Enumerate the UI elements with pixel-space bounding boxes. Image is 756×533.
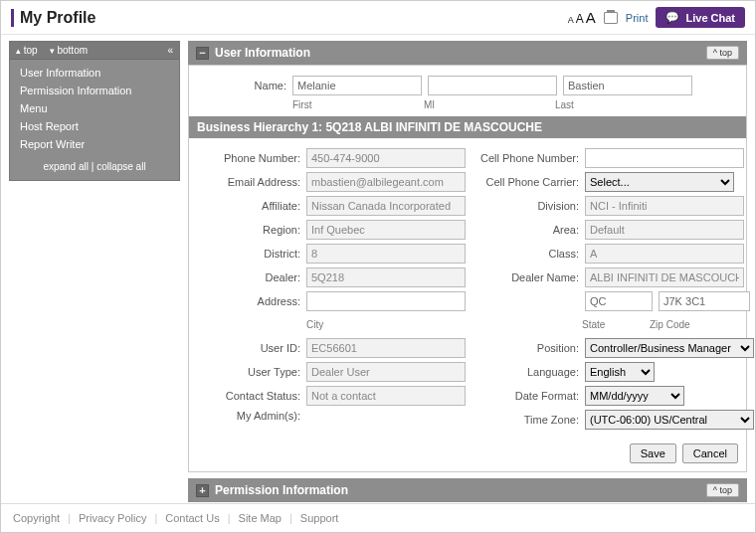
dealer-input <box>306 267 466 287</box>
zip-sublabel: Zip Code <box>650 319 690 330</box>
middle-initial-input[interactable] <box>428 76 557 95</box>
sidebar-bottom-label: bottom <box>57 45 88 56</box>
font-size-switcher[interactable]: A A A <box>568 9 596 26</box>
usertype-input <box>306 362 466 382</box>
sidebar-item-host-report[interactable]: Host Report <box>10 117 179 135</box>
cellcarrier-label: Cell Phone Carrier: <box>475 176 579 188</box>
expand-all-link[interactable]: expand all <box>43 161 89 172</box>
userid-input <box>306 338 466 358</box>
cellnum-input[interactable] <box>585 148 744 168</box>
area-label: Area: <box>475 224 579 236</box>
affiliate-label: Affiliate: <box>197 200 300 212</box>
collapse-toggle-icon[interactable]: − <box>196 47 209 60</box>
language-select[interactable]: English <box>585 362 655 382</box>
save-button[interactable]: Save <box>630 444 676 463</box>
section-header-permission-info: + Permission Information ^ top <box>188 478 747 502</box>
first-name-input[interactable] <box>292 76 422 95</box>
class-label: Class: <box>475 248 579 260</box>
back-to-top-button[interactable]: ^ top <box>706 46 739 60</box>
cellcarrier-select[interactable]: Select... <box>585 172 734 192</box>
region-input <box>306 220 466 240</box>
area-input <box>585 220 744 240</box>
userid-label: User ID: <box>197 342 300 354</box>
contact-input <box>306 386 466 406</box>
live-chat-label: Live Chat <box>685 12 735 24</box>
expand-toggle-icon[interactable]: + <box>196 484 209 497</box>
address-state-input[interactable] <box>585 291 653 311</box>
footer: Copyright| Privacy Policy| Contact Us| S… <box>1 503 755 532</box>
section-header-user-info: − User Information ^ top <box>188 41 747 65</box>
sidebar-top-label: top <box>24 45 38 56</box>
email-label: Email Address: <box>197 176 300 188</box>
timezone-select[interactable]: (UTC-06:00) US/Central <box>585 410 754 430</box>
state-sublabel: State <box>582 319 644 330</box>
print-icon <box>604 12 618 24</box>
chevron-down-icon: ▾ <box>50 46 55 56</box>
affiliate-input <box>306 196 466 216</box>
dealer-label: Dealer: <box>197 271 300 283</box>
chat-bubble-icon: 💬 <box>665 11 679 24</box>
footer-support[interactable]: Support <box>300 512 339 524</box>
language-label: Language: <box>475 366 579 378</box>
font-size-medium[interactable]: A <box>576 12 584 26</box>
sidebar-item-permission-information[interactable]: Permission Information <box>10 82 179 99</box>
sidebar: ▴ top ▾ bottom « User Information Permis… <box>9 41 180 181</box>
usertype-label: User Type: <box>197 366 300 378</box>
sidebar-item-report-writer[interactable]: Report Writer <box>10 135 179 153</box>
district-label: District: <box>197 248 300 260</box>
live-chat-button[interactable]: 💬 Live Chat <box>656 7 745 28</box>
dateformat-select[interactable]: MM/dd/yyyy <box>585 386 684 406</box>
back-to-top-button[interactable]: ^ top <box>706 483 739 497</box>
phone-label: Phone Number: <box>197 152 300 164</box>
mi-sublabel: MI <box>424 99 549 110</box>
sidebar-item-menu[interactable]: Menu <box>10 99 179 117</box>
sidebar-top-link[interactable]: ▴ top <box>16 45 38 56</box>
dealername-label: Dealer Name: <box>475 271 579 283</box>
footer-privacy[interactable]: Privacy Policy <box>79 512 146 524</box>
section-title: User Information <box>215 46 310 60</box>
address-zip-input[interactable] <box>659 291 750 311</box>
footer-sitemap[interactable]: Site Map <box>239 512 282 524</box>
dateformat-label: Date Format: <box>475 390 579 402</box>
cellnum-label: Cell Phone Number: <box>475 152 579 164</box>
business-hierarchy-header: Business Hierarchy 1: 5Q218 ALBI INFINIT… <box>189 116 746 138</box>
sidebar-item-user-information[interactable]: User Information <box>10 64 179 82</box>
name-label: Name: <box>197 80 286 91</box>
sidebar-bottom-link[interactable]: ▾ bottom <box>50 45 88 56</box>
city-sublabel: City <box>306 319 456 330</box>
first-sublabel: First <box>292 99 418 110</box>
district-input <box>306 244 466 264</box>
footer-contact[interactable]: Contact Us <box>165 512 219 524</box>
font-size-small[interactable]: A <box>568 15 574 25</box>
last-sublabel: Last <box>555 99 680 110</box>
phone-input <box>306 148 466 168</box>
class-input <box>585 244 744 264</box>
print-link[interactable]: Print <box>626 12 649 24</box>
myadmins-label: My Admin(s): <box>197 410 300 422</box>
font-size-large[interactable]: A <box>586 9 596 26</box>
position-label: Position: <box>475 342 579 354</box>
collapse-all-link[interactable]: collapse all <box>96 161 145 172</box>
page-title: My Profile <box>11 9 95 27</box>
timezone-label: Time Zone: <box>475 414 579 426</box>
contact-label: Contact Status: <box>197 390 300 402</box>
position-select[interactable]: Controller/Business Manager <box>585 338 754 358</box>
sidebar-collapse-icon[interactable]: « <box>167 45 173 56</box>
division-input <box>585 196 744 216</box>
section-title: Permission Information <box>215 483 348 497</box>
address-label: Address: <box>197 295 300 307</box>
address-city-input[interactable] <box>306 291 466 311</box>
region-label: Region: <box>197 224 300 236</box>
email-input <box>306 172 466 192</box>
last-name-input[interactable] <box>563 76 692 95</box>
footer-copyright[interactable]: Copyright <box>13 512 60 524</box>
cancel-button[interactable]: Cancel <box>682 444 738 463</box>
dealername-input <box>585 267 744 287</box>
chevron-up-icon: ▴ <box>16 46 21 56</box>
division-label: Division: <box>475 200 579 212</box>
